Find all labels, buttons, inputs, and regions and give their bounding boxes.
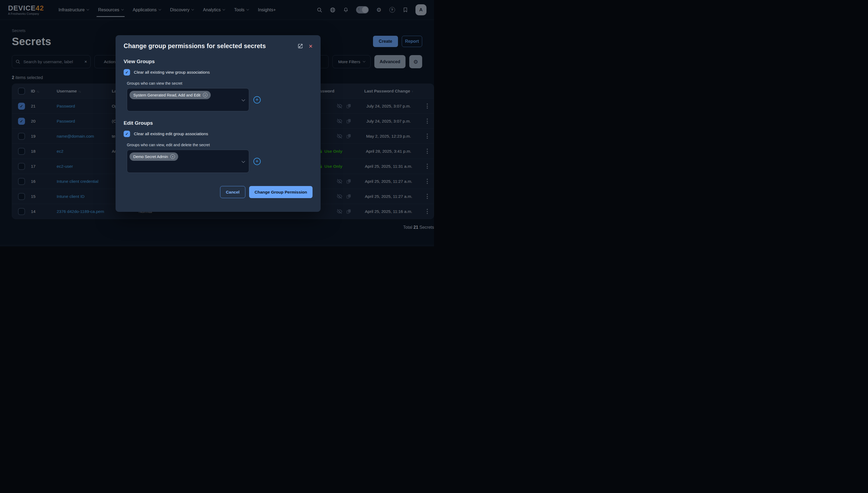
view-groups-select[interactable]: System Generated Read, Add and Edit× [127, 88, 249, 111]
expand-modal-icon[interactable] [297, 43, 304, 49]
edit-group-chip: Demo Secret Admin× [130, 152, 178, 161]
view-groups-field-label: Groups who can view the secret [127, 81, 313, 85]
change-group-permission-button[interactable]: Change Group Permission [249, 186, 313, 198]
app-window: DEVICE42 A Freshworks Company Infrastruc… [0, 0, 434, 246]
edit-groups-heading: Edit Groups [124, 120, 313, 126]
modal-title: Change group permissions for selected se… [124, 42, 297, 50]
edit-groups-field-label: Groups who can view, edit and delete the… [127, 143, 313, 147]
remove-chip-icon[interactable]: × [203, 93, 207, 97]
chevron-down-icon [242, 98, 245, 101]
cancel-button[interactable]: Cancel [220, 186, 245, 198]
add-view-group-button[interactable]: + [253, 96, 261, 104]
add-edit-group-button[interactable]: + [253, 158, 261, 165]
clear-edit-groups-label: Clear all existing edit group associatio… [134, 131, 208, 136]
view-groups-heading: View Groups [124, 59, 313, 65]
change-group-permissions-modal: Change group permissions for selected se… [115, 35, 320, 212]
clear-edit-groups-checkbox[interactable]: ✓ [124, 131, 130, 137]
edit-groups-select[interactable]: Demo Secret Admin× [127, 150, 249, 173]
chevron-down-icon [242, 159, 245, 163]
remove-chip-icon[interactable]: × [170, 154, 175, 159]
clear-view-groups-label: Clear all existing view group associatio… [134, 70, 210, 75]
close-icon[interactable]: × [309, 43, 313, 49]
view-group-chip: System Generated Read, Add and Edit× [130, 91, 211, 99]
clear-view-groups-checkbox[interactable]: ✓ [124, 69, 130, 76]
